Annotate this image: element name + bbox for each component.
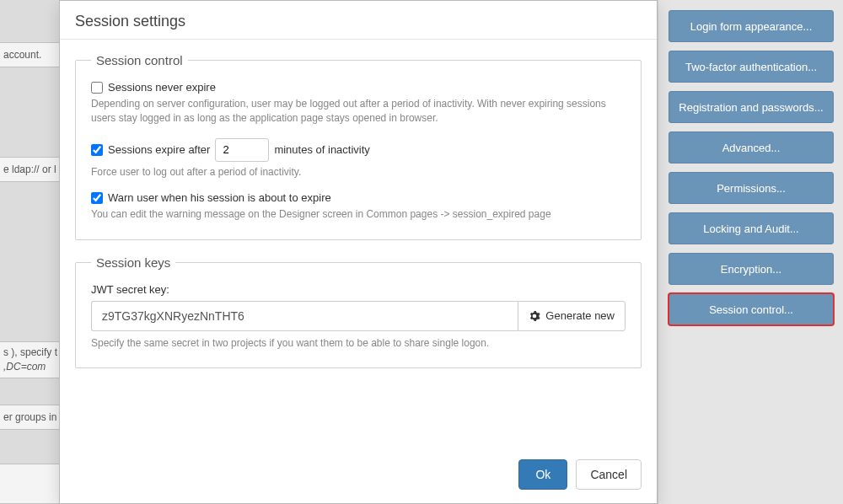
bg-text: ,DC=com — [3, 360, 46, 374]
sidebar-item-session-control[interactable]: Session control... — [668, 293, 834, 325]
right-sidebar: Login form appearance... Two-factor auth… — [658, 0, 843, 504]
checkbox-label-text: Warn user when his session is about to e… — [108, 191, 331, 204]
ok-button[interactable]: Ok — [518, 459, 567, 490]
expire-suffix-text: minutes of inactivity — [274, 143, 369, 156]
session-settings-modal: Session settings Session control Session… — [59, 0, 658, 504]
sidebar-item-two-factor[interactable]: Two-factor authentication... — [668, 51, 834, 83]
sidebar-item-login-appearance[interactable]: Login form appearance... — [668, 10, 834, 42]
sidebar-item-advanced[interactable]: Advanced... — [668, 131, 834, 164]
checkbox-label-text: Sessions never expire — [108, 81, 216, 94]
sidebar-item-label: Permissions... — [717, 182, 786, 195]
gear-icon — [529, 310, 540, 322]
warn-expire-checkbox[interactable] — [91, 192, 103, 204]
sidebar-item-label: Session control... — [709, 303, 793, 316]
sidebar-item-permissions[interactable]: Permissions... — [668, 172, 834, 204]
sidebar-item-label: Locking and Audit... — [703, 223, 798, 235]
expire-after-hint: Force user to log out after a period of … — [91, 165, 626, 180]
jwt-secret-input[interactable] — [91, 301, 518, 331]
sidebar-item-label: Registration and passwords... — [679, 101, 823, 114]
sidebar-item-encryption[interactable]: Encryption... — [668, 253, 834, 285]
checkbox-label-text: Sessions expire after — [108, 143, 210, 156]
expire-after-label[interactable]: Sessions expire after — [91, 143, 210, 156]
never-expire-checkbox[interactable] — [91, 82, 103, 94]
bg-snippet — [0, 464, 59, 504]
sidebar-item-label: Encryption... — [721, 263, 781, 276]
session-control-group: Session control Sessions never expire De… — [75, 53, 642, 240]
generate-new-button[interactable]: Generate new — [518, 301, 626, 331]
expire-after-checkbox[interactable] — [91, 144, 103, 156]
sidebar-item-label: Advanced... — [722, 142, 781, 154]
modal-body: Session control Sessions never expire De… — [60, 40, 657, 449]
modal-title: Session settings — [75, 13, 642, 30]
jwt-hint: Specify the same secret in two projects … — [91, 336, 626, 351]
modal-header: Session settings — [60, 1, 657, 40]
never-expire-hint: Depending on server configuration, user … — [91, 97, 626, 126]
jwt-label: JWT secret key: — [91, 283, 626, 296]
never-expire-label[interactable]: Sessions never expire — [91, 81, 216, 94]
sidebar-item-locking-audit[interactable]: Locking and Audit... — [668, 212, 834, 244]
button-label: Cancel — [590, 468, 627, 481]
session-keys-legend: Session keys — [91, 255, 175, 270]
bg-snippet: er groups in — [0, 405, 59, 430]
warn-expire-hint: You can edit the warning message on the … — [91, 207, 626, 222]
session-keys-group: Session keys JWT secret key: Generate ne… — [75, 255, 642, 368]
bg-snippet: account. — [0, 42, 59, 67]
button-label: Ok — [535, 468, 550, 481]
bg-text: s ), specify t — [3, 346, 57, 360]
sidebar-item-label: Two-factor authentication... — [685, 61, 817, 73]
bg-snippet: e ldap:// or l — [0, 157, 59, 182]
bg-snippet: s ), specify t ,DC=com — [0, 341, 59, 378]
expire-minutes-input[interactable] — [215, 138, 269, 162]
modal-footer: Ok Cancel — [60, 449, 657, 503]
generate-label-text: Generate new — [545, 309, 615, 322]
cancel-button[interactable]: Cancel — [576, 459, 642, 490]
sidebar-item-label: Login form appearance... — [690, 20, 813, 33]
sidebar-item-registration[interactable]: Registration and passwords... — [668, 91, 834, 123]
session-control-legend: Session control — [91, 53, 188, 67]
warn-expire-label[interactable]: Warn user when his session is about to e… — [91, 191, 331, 204]
